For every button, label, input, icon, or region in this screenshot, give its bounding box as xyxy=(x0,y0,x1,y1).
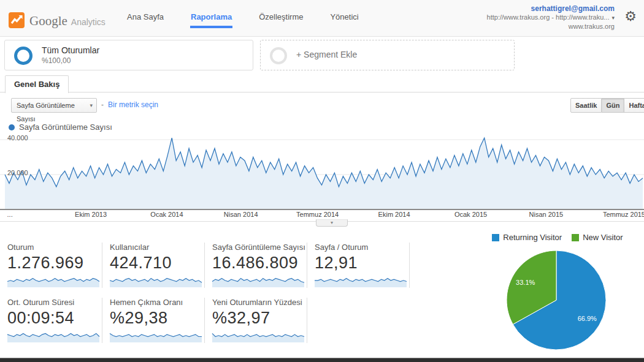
sparkline-chart xyxy=(212,274,304,287)
add-segment-label: + Segment Ekle xyxy=(296,50,357,59)
sparkline-chart xyxy=(7,329,99,342)
ga-logo-icon xyxy=(9,12,25,28)
x-axis-tick: Nisan 2015 xyxy=(529,211,564,218)
pie-legend: Returning Visitor New Visitor xyxy=(478,233,637,242)
pie-slice-percent-label: 66.9% xyxy=(578,315,597,322)
granularity-hafta-button[interactable]: Hafta xyxy=(624,98,644,113)
chart-legend: Sayfa Görüntüleme Sayısı xyxy=(9,123,112,132)
metric-dropdown-label: Sayfa Görüntüleme Sayısı xyxy=(17,102,75,123)
legend-label: New Visitor xyxy=(583,233,623,242)
x-axis-tick: Nisan 2014 xyxy=(224,211,258,218)
scorecard-oturum-suresi[interactable]: Ort. Oturum Süresi 00:09:54 xyxy=(0,298,102,343)
new-visitor-swatch-icon xyxy=(572,234,579,241)
segment-title: Tüm Oturumlar xyxy=(42,45,99,55)
segment-all-sessions[interactable]: Tüm Oturumlar %100,00 xyxy=(4,40,253,70)
gear-icon[interactable]: ⚙ xyxy=(624,10,637,23)
scorecard-hemen-cikma[interactable]: Hemen Çıkma Oranı %29,38 xyxy=(102,298,205,343)
select-metric-link[interactable]: Bir metrik seçin xyxy=(108,100,158,109)
sparkline-chart xyxy=(7,274,99,287)
scorecard-title: Oturum xyxy=(7,243,102,252)
scorecard-title: Kullanıcılar xyxy=(110,243,204,252)
scorecard-title: Sayfa / Oturum xyxy=(315,243,409,252)
logo-google-text: Google xyxy=(29,13,67,29)
traffic-line-chart[interactable] xyxy=(0,134,644,210)
scorecard-sayfa-goruntuleme[interactable]: Sayfa Görüntüleme Sayısı 16.486.809 xyxy=(205,243,307,288)
nav-raporlama[interactable]: Raporlama xyxy=(190,0,232,28)
granularity-buttons: Saatlik Gün Hafta Ay xyxy=(570,98,644,113)
scorecard-value: 424.710 xyxy=(110,254,204,273)
chart-toolbar: Sayfa Görüntüleme Sayısı ▾ - Bir metrik … xyxy=(0,97,644,114)
scorecard-title: Sayfa Görüntüleme Sayısı xyxy=(212,243,307,252)
scorecard-value: %29,38 xyxy=(110,309,204,328)
scorecard-value: 16.486.809 xyxy=(212,254,307,273)
account-view: www.trakus.org xyxy=(487,22,615,31)
returning-visitor-swatch-icon xyxy=(492,234,499,241)
scorecard-title: Ort. Oturum Süresi xyxy=(7,298,102,307)
top-header: Google Analytics Ana Sayfa Raporlama Öze… xyxy=(0,0,644,37)
scorecard-oturum[interactable]: Oturum 1.276.969 xyxy=(0,243,102,288)
scorecard-yeni-oturumlar[interactable]: Yeni Oturumların Yüzdesi %32,97 xyxy=(205,298,307,343)
collapse-caret-icon: ▾ xyxy=(316,220,347,226)
chart-legend-label: Sayfa Görüntüleme Sayısı xyxy=(19,123,112,132)
add-segment-ring-icon xyxy=(270,47,287,64)
add-segment-button[interactable]: + Segment Ekle xyxy=(260,40,515,70)
nav-ana-sayfa[interactable]: Ana Sayfa xyxy=(126,0,164,28)
main-nav: Ana Sayfa Raporlama Özelleştirme Yönetic… xyxy=(113,0,372,28)
legend-label: Returning Visitor xyxy=(503,233,562,242)
pie-slice-percent-label: 33.1% xyxy=(516,279,535,286)
segment-band: Tüm Oturumlar %100,00 + Segment Ekle xyxy=(0,37,644,72)
x-axis-tick: Ekim 2013 xyxy=(75,211,107,218)
account-property[interactable]: http://www.trakus.org - http://www.traku… xyxy=(487,13,615,22)
chevron-down-icon: ▾ xyxy=(90,99,93,112)
x-axis-tick: Temmuz 2014 xyxy=(296,211,339,218)
segment-ring-icon xyxy=(14,47,33,65)
segment-percent: %100,00 xyxy=(42,56,71,65)
x-axis-labels: ...Ekim 2013Ocak 2014Nisan 2014Temmuz 20… xyxy=(0,211,644,219)
scorecard-title: Yeni Oturumların Yüzdesi xyxy=(212,298,307,307)
google-analytics-logo[interactable]: Google Analytics xyxy=(9,9,105,29)
x-axis-tick: Ekim 2014 xyxy=(378,211,410,218)
google-analytics-app: Google Analytics Ana Sayfa Raporlama Öze… xyxy=(0,0,644,362)
legend-new-visitor[interactable]: New Visitor xyxy=(572,233,623,242)
account-switcher[interactable]: serhattigrel@gmail.com http://www.trakus… xyxy=(487,4,615,31)
y-axis-tick-20000: 20.000 xyxy=(7,169,28,176)
legend-dot-icon xyxy=(9,124,15,130)
y-axis-tick-40000: 40.000 xyxy=(7,134,28,141)
scorecards-row-2: Ort. Oturum Süresi 00:09:54 Hemen Çıkma … xyxy=(0,298,307,343)
scorecard-sayfa-oturum[interactable]: Sayfa / Oturum 12,91 xyxy=(307,243,410,288)
sparkline-chart xyxy=(212,329,304,342)
account-caret-icon: ▾ xyxy=(611,15,615,21)
x-axis-tick: Temmuz 2015 xyxy=(603,211,644,218)
panel-top-border xyxy=(0,92,644,92)
taskbar-strip xyxy=(0,358,644,362)
logo-analytics-text: Analytics xyxy=(71,17,105,27)
metric-dropdown[interactable]: Sayfa Görüntüleme Sayısı ▾ xyxy=(11,98,97,113)
nav-ozellestirme[interactable]: Özelleştirme xyxy=(258,0,304,28)
tab-genel-bakis[interactable]: Genel Bakış xyxy=(5,75,69,93)
scorecard-kullanicilar[interactable]: Kullanıcılar 424.710 xyxy=(102,243,205,288)
visitor-type-section: Returning Visitor New Visitor 66.9%33.1% xyxy=(478,232,637,357)
scorecard-value: 00:09:54 xyxy=(7,309,102,328)
sparkline-chart xyxy=(110,274,202,287)
account-email[interactable]: serhattigrel@gmail.com xyxy=(487,4,615,13)
scorecards-row-1: Oturum 1.276.969 Kullanıcılar 424.710 Sa… xyxy=(0,243,410,288)
granularity-saatlik-button[interactable]: Saatlik xyxy=(570,98,602,113)
x-axis-tick: Ocak 2015 xyxy=(454,211,487,218)
legend-returning-visitor[interactable]: Returning Visitor xyxy=(492,233,562,242)
sparkline-chart xyxy=(315,274,407,287)
visitor-type-pie-chart[interactable]: 66.9%33.1% xyxy=(503,245,612,356)
nav-yonetici[interactable]: Yönetici xyxy=(329,0,359,28)
scorecard-value: %32,97 xyxy=(212,309,307,328)
scorecard-value: 1.276.969 xyxy=(7,254,102,273)
scorecard-value: 12,91 xyxy=(315,254,409,273)
x-axis-tick: ... xyxy=(7,211,13,218)
metric-dash: - xyxy=(101,100,104,109)
scorecard-title: Hemen Çıkma Oranı xyxy=(110,298,204,307)
collapse-chart-handle[interactable]: ▾ xyxy=(316,219,348,227)
sparkline-chart xyxy=(110,329,202,342)
chart-area-fill xyxy=(5,138,643,209)
granularity-gun-button[interactable]: Gün xyxy=(602,98,624,113)
x-axis-tick: Ocak 2014 xyxy=(150,211,183,218)
